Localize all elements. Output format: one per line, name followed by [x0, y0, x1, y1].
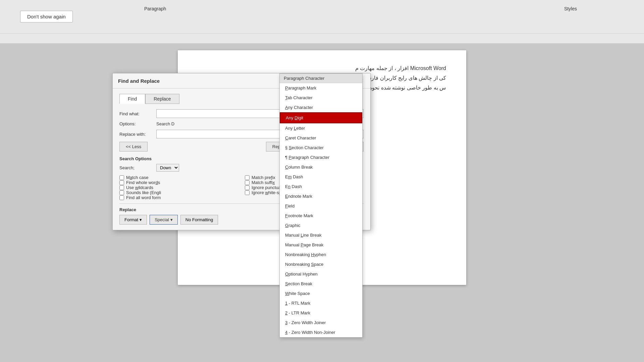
find-whole-words-label: Find whole words — [126, 180, 160, 185]
format-button[interactable]: Format ▾ — [119, 215, 147, 225]
dropdown-item-section-break[interactable]: Section Break — [280, 279, 362, 289]
ignore-whitespace-checkbox[interactable] — [245, 190, 250, 195]
dropdown-item-ltr-mark[interactable]: 2 - LTR Mark — [280, 308, 362, 318]
search-label: Search; — [119, 165, 156, 170]
text-line-1: Microsoft Word افزار ، از جمله مهارت م — [198, 64, 446, 73]
find-whole-words-row: Find whole words — [119, 180, 238, 185]
match-prefix-checkbox[interactable] — [245, 175, 250, 180]
sounds-like-row: Sounds like (Engli — [119, 190, 238, 195]
match-suffix-checkbox[interactable] — [245, 180, 250, 185]
match-prefix-label: Match prefix — [252, 175, 275, 180]
dropdown-item-any-letter[interactable]: Any Letter — [280, 123, 362, 133]
find-whole-words-checkbox[interactable] — [119, 180, 124, 185]
dropdown-item-graphic[interactable]: Graphic — [280, 221, 362, 230]
search-select[interactable]: Down — [156, 164, 179, 172]
toolbar: Paragraph Styles Don't show again — [0, 0, 644, 34]
dropdown-item-paragraph-mark[interactable]: Paragraph Mark — [280, 83, 362, 93]
find-all-word-label: Find all word form — [126, 195, 161, 200]
use-wildcards-label: Use wildcards — [126, 185, 153, 190]
dropdown-item-footnote-mark[interactable]: Footnote Mark — [280, 211, 362, 221]
dropdown-item-column-break[interactable]: Column Break — [280, 162, 362, 172]
match-case-checkbox[interactable] — [119, 175, 124, 180]
dropdown-item-any-digit[interactable]: Any Digit — [280, 112, 362, 123]
find-what-label: Find what: — [119, 111, 156, 116]
dropdown-item-rtl-mark[interactable]: 1 - RTL Mark — [280, 298, 362, 308]
special-label: Special — [155, 217, 169, 222]
dropdown-item-paragraph-character[interactable]: ¶ Paragraph Character — [280, 153, 362, 162]
special-dropdown-menu: Paragraph Character Paragraph Mark Tab C… — [279, 73, 363, 338]
find-all-word-row: Find all word form — [119, 195, 238, 200]
use-wildcards-row: Use wildcards — [119, 185, 238, 190]
dont-show-again-button[interactable]: Don't show again — [20, 11, 73, 22]
special-button[interactable]: Special ▾ — [150, 215, 178, 225]
dropdown-item-nonbreaking-hyphen[interactable]: Nonbreaking Hyphen — [280, 250, 362, 259]
use-wildcards-checkbox[interactable] — [119, 185, 124, 190]
sounds-like-label: Sounds like (Engli — [126, 190, 161, 195]
dropdown-item-em-dash[interactable]: Em Dash — [280, 172, 362, 182]
dropdown-item-zero-width-non-joiner[interactable]: 4 - Zero Width Non-Joiner — [280, 327, 362, 337]
dropdown-item-nonbreaking-space[interactable]: Nonbreaking Space — [280, 259, 362, 269]
dropdown-item-caret-character[interactable]: Caret Character — [280, 133, 362, 143]
dropdown-item-endnote-mark[interactable]: Endnote Mark — [280, 191, 362, 201]
find-replace-dialog: Find and Replace ? ✕ Find Replace Find w… — [112, 73, 371, 230]
tab-find[interactable]: Find — [119, 94, 145, 104]
dropdown-item-section-character[interactable]: § Section Character — [280, 143, 362, 153]
dropdown-item-optional-hyphen[interactable]: Optional Hyphen — [280, 269, 362, 279]
ruler — [0, 34, 644, 44]
match-case-label: Match case — [126, 175, 149, 180]
format-label: Format — [124, 217, 138, 222]
dropdown-item-en-dash[interactable]: En Dash — [280, 182, 362, 191]
dialog-title: Find and Replace — [118, 78, 160, 84]
match-suffix-label: Match suffix — [252, 180, 275, 185]
paragraph-label: Paragraph — [144, 6, 166, 11]
replace-with-label: Replace with: — [119, 132, 156, 137]
dropdown-item-white-space[interactable]: White Space — [280, 289, 362, 298]
dropdown-item-field[interactable]: Field — [280, 201, 362, 211]
styles-label: Styles — [564, 6, 577, 11]
match-case-row: Match case — [119, 175, 238, 180]
dropdown-item-manual-line-break[interactable]: Manual Line Break — [280, 230, 362, 240]
options-label: Options: — [119, 121, 156, 126]
dropdown-item-tab-character[interactable]: Tab Character — [280, 93, 362, 103]
sounds-like-checkbox[interactable] — [119, 190, 124, 195]
options-value: Search D — [156, 121, 174, 126]
dropdown-header: Paragraph Character — [280, 74, 362, 83]
find-all-word-checkbox[interactable] — [119, 195, 124, 200]
tab-replace[interactable]: Replace — [145, 94, 179, 104]
format-arrow: ▾ — [140, 217, 142, 222]
special-arrow: ▾ — [170, 217, 173, 222]
ignore-punctuation-checkbox[interactable] — [245, 185, 250, 190]
dropdown-item-any-character[interactable]: Any Character — [280, 103, 362, 112]
no-formatting-button[interactable]: No Formatting — [180, 215, 218, 225]
checkboxes-left: Match case Find whole words Use wildcard… — [119, 175, 238, 200]
dropdown-item-zero-width-joiner[interactable]: 3 - Zero Width Joiner — [280, 318, 362, 327]
dropdown-item-manual-page-break[interactable]: Manual Page Break — [280, 240, 362, 250]
less-button[interactable]: << Less — [119, 142, 148, 152]
